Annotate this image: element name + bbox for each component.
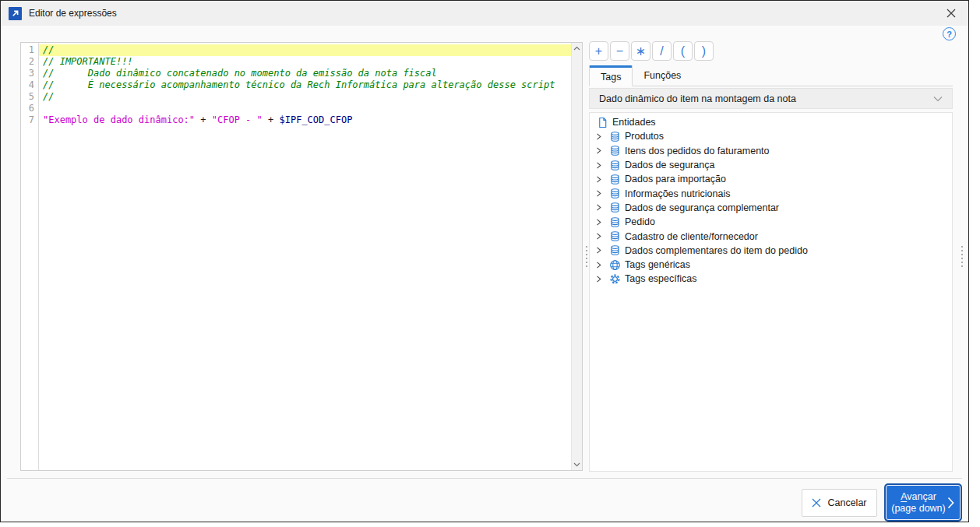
close-paren-button[interactable]: )	[694, 41, 714, 61]
scroll-down-icon[interactable]	[573, 461, 581, 469]
code-area[interactable]: //// IMPORTANTE!!!// Dado dinâmico conca…	[39, 43, 571, 470]
line-number: 7	[21, 114, 34, 126]
expand-chevron-icon[interactable]	[596, 133, 608, 140]
tree-item-label: Itens dos pedidos do faturamento	[625, 146, 770, 156]
code-token-operator: +	[263, 114, 280, 125]
dropdown-value: Dado dinâmico do item na montagem da not…	[599, 93, 796, 104]
tree-item-label: Dados para importação	[625, 174, 726, 184]
tree-item[interactable]: Entidades	[590, 115, 952, 129]
multiply-button[interactable]: ∗	[631, 41, 650, 61]
open-paren-button[interactable]: (	[673, 41, 693, 61]
expand-chevron-icon[interactable]	[596, 262, 608, 269]
panel-splitter-grip-right[interactable]	[960, 246, 964, 267]
cancel-button[interactable]: Cancelar	[802, 489, 877, 517]
tags-tree: EntidadesProdutosItens dos pedidos do fa…	[589, 112, 953, 472]
code-token-comment: // IMPORTANTE!!!	[43, 56, 133, 67]
operator-toolbar: +−∗/()	[589, 41, 714, 61]
code-token-operator: +	[195, 114, 212, 125]
database-icon	[608, 173, 621, 185]
code-token-comment: //	[43, 91, 54, 102]
tree-item[interactable]: Dados de segurança	[590, 158, 952, 172]
code-token-variable: $IPF_COD_CFOP	[279, 114, 352, 125]
database-icon	[608, 145, 621, 157]
line-number: 2	[21, 56, 34, 68]
expand-chevron-icon[interactable]	[596, 247, 608, 254]
tree-item-label: Cadastro de cliente/fornecedor	[625, 231, 758, 242]
code-token-comment: //	[43, 44, 54, 55]
tree-item[interactable]: Dados de segurança complementar	[590, 201, 952, 215]
tree-item[interactable]: Dados complementares do item do pedido	[590, 244, 952, 258]
code-line[interactable]: //	[39, 44, 571, 56]
database-icon	[608, 188, 621, 200]
tree-item[interactable]: Cadastro de cliente/fornecedor	[590, 229, 952, 243]
help-icon[interactable]: ?	[943, 27, 956, 40]
advance-label: Avançar	[901, 491, 936, 502]
footer-separator	[7, 478, 962, 479]
tree-item[interactable]: Itens dos pedidos do faturamento	[590, 144, 952, 158]
tree-item[interactable]: Pedido	[590, 215, 952, 229]
cancel-x-icon	[812, 498, 821, 508]
line-number: 4	[21, 79, 34, 91]
expand-chevron-icon[interactable]	[596, 147, 608, 154]
code-line[interactable]: // É necessário acompanhamento técnico d…	[39, 79, 571, 91]
database-icon	[608, 216, 621, 228]
database-icon	[608, 202, 621, 214]
code-token-comment: // Dado dinâmico concatenado no momento …	[43, 68, 437, 79]
expand-chevron-icon[interactable]	[596, 219, 608, 226]
tab-tags[interactable]: Tags	[589, 65, 633, 86]
code-line[interactable]: "Exemplo de dado dinâmico:" + "CFOP - " …	[39, 114, 571, 126]
document-icon	[596, 116, 608, 128]
database-icon	[608, 130, 621, 142]
tag-function-tabs: TagsFunções	[589, 65, 953, 86]
tree-item-label: Tags genéricas	[625, 259, 690, 270]
subtract-button[interactable]: −	[610, 41, 629, 61]
tree-item-label: Dados de segurança complementar	[625, 202, 779, 213]
line-number: 3	[21, 68, 34, 79]
expand-chevron-icon[interactable]	[596, 233, 608, 240]
scroll-up-icon[interactable]	[573, 44, 581, 52]
tree-item-label: Produtos	[625, 131, 664, 142]
code-token-string: "Exemplo de dado dinâmico:"	[43, 114, 195, 125]
tab-funções[interactable]: Funções	[633, 65, 692, 86]
gear-icon	[608, 272, 621, 285]
tree-item[interactable]: Tags genéricas	[590, 258, 952, 272]
tree-item-label: Dados de segurança	[625, 160, 714, 170]
tree-item[interactable]: Tags específicas	[590, 272, 952, 286]
editor-scrollbar[interactable]	[571, 43, 582, 470]
tree-item[interactable]: Produtos	[590, 129, 952, 143]
help-glyph: ?	[947, 30, 952, 39]
tree-item[interactable]: Dados para importação	[590, 172, 952, 186]
expand-chevron-icon[interactable]	[596, 162, 608, 169]
add-button[interactable]: +	[589, 41, 608, 61]
advance-button[interactable]: Avançar (page down)	[886, 485, 961, 520]
tree-item-label: Entidades	[612, 117, 656, 128]
tree-item-label: Tags específicas	[625, 273, 696, 284]
line-number: 1	[21, 44, 34, 56]
divide-button[interactable]: /	[652, 41, 672, 61]
code-token-comment: // É necessário acompanhamento técnico d…	[43, 79, 555, 90]
globe-icon	[608, 258, 621, 271]
code-line[interactable]: // Dado dinâmico concatenado no momento …	[39, 68, 571, 79]
entity-context-dropdown[interactable]: Dado dinâmico do item na montagem da not…	[589, 88, 953, 109]
window-title: Editor de expressões	[29, 8, 117, 19]
expand-chevron-icon[interactable]	[596, 190, 608, 197]
advance-sublabel: (page down)	[891, 503, 946, 514]
code-line[interactable]: // IMPORTANTE!!!	[39, 56, 571, 68]
tree-item-label: Informações nutricionais	[625, 188, 730, 199]
expand-chevron-icon[interactable]	[596, 176, 608, 183]
code-line[interactable]	[39, 103, 571, 114]
title-bar: Editor de expressões	[1, 1, 968, 26]
app-arrow-icon	[9, 7, 22, 20]
chevron-down-icon	[933, 93, 943, 104]
line-number: 5	[21, 91, 34, 103]
chevron-right-icon	[947, 497, 954, 509]
expand-chevron-icon[interactable]	[596, 276, 608, 283]
expand-chevron-icon[interactable]	[596, 204, 608, 211]
cancel-label: Cancelar	[827, 497, 866, 508]
tree-item[interactable]: Informações nutricionais	[590, 186, 952, 200]
expression-code-editor[interactable]: 1234567 //// IMPORTANTE!!!// Dado dinâmi…	[20, 42, 583, 471]
code-line[interactable]: //	[39, 91, 571, 103]
database-icon	[608, 244, 621, 257]
close-icon[interactable]	[933, 1, 968, 26]
code-token-string: "CFOP - "	[212, 114, 263, 125]
